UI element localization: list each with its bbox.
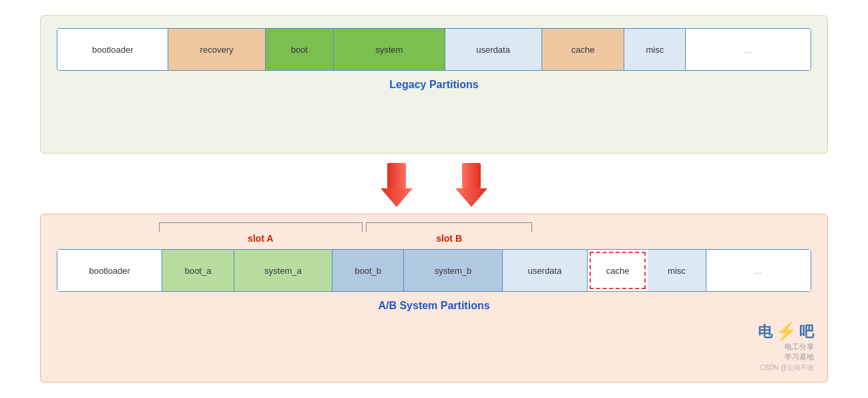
watermark: 电 ⚡ 吧 电工分享 学习基地 CSDN @云闲不收 <box>758 321 814 373</box>
misc-label: misc <box>646 45 664 55</box>
slot-b-label: slot B <box>366 233 532 244</box>
watermark-line2: 学习基地 <box>785 352 814 362</box>
slot-b-bracket-group: slot B <box>366 222 532 244</box>
ab-cell-cache-wrapper: cache <box>588 250 648 291</box>
recovery-label: recovery <box>200 45 234 55</box>
ab-cell-boot-a: boot_a <box>162 250 234 291</box>
cell-boot: boot <box>266 29 334 70</box>
cell-misc: misc <box>624 29 686 70</box>
legacy-partition-row: bootloader recovery boot system userdata… <box>57 28 811 71</box>
slot-a-bracket-group: slot A <box>159 222 363 244</box>
cell-cache: cache <box>542 29 625 70</box>
svg-marker-3 <box>455 188 487 207</box>
bootloader-label: bootloader <box>92 45 133 55</box>
svg-marker-1 <box>381 188 413 207</box>
boot-label: boot <box>291 45 308 55</box>
ab-userdata-label: userdata <box>528 266 562 276</box>
ab-title: A/B System Partitions <box>378 300 489 312</box>
ab-misc-label: misc <box>668 266 686 276</box>
logo-dian: 电 <box>758 322 773 342</box>
arrow-left <box>379 162 414 211</box>
watermark-csdn: CSDN @云闲不收 <box>760 363 814 373</box>
ab-system-a-label: system_a <box>264 266 302 276</box>
ab-cell-misc: misc <box>648 250 706 291</box>
ab-bootloader-label: bootloader <box>89 266 130 276</box>
legacy-section: bootloader recovery boot system userdata… <box>40 15 828 154</box>
ab-cell-system-a: system_a <box>234 250 333 291</box>
watermark-line1: 电工分享 <box>785 342 814 352</box>
ab-cell-userdata: userdata <box>503 250 588 291</box>
cell-recovery: recovery <box>168 29 265 70</box>
ab-boot-a-label: boot_a <box>185 266 212 276</box>
ab-boot-b-label: boot_b <box>355 266 381 276</box>
arrows-row <box>379 162 489 211</box>
ab-cache-label: cache <box>606 266 630 276</box>
cell-userdata: userdata <box>445 29 542 70</box>
ab-cell-dots: ... <box>706 250 811 291</box>
ab-section: slot A slot B bootloader boot_a system <box>40 214 828 383</box>
userdata-label: userdata <box>476 45 510 55</box>
cell-bootloader: bootloader <box>57 29 168 70</box>
svg-rect-2 <box>462 163 481 188</box>
slot-a-label: slot A <box>159 233 363 244</box>
arrow-right <box>454 162 489 211</box>
legacy-title: Legacy Partitions <box>389 79 478 91</box>
logo-bolt-icon: ⚡ <box>775 321 797 342</box>
cell-system: system <box>334 29 445 70</box>
logo-ba: 吧 <box>799 322 814 342</box>
dots-label-ab: ... <box>754 266 762 276</box>
ab-cell-system-b: system_b <box>404 250 502 291</box>
cache-label: cache <box>572 45 595 55</box>
ab-partition-row: bootloader boot_a system_a boot_b system… <box>57 249 811 292</box>
svg-rect-0 <box>387 163 406 188</box>
arrow-section <box>40 154 828 214</box>
watermark-logo: 电 ⚡ 吧 <box>758 321 814 342</box>
dots-label-legacy: ... <box>744 45 752 55</box>
ab-cell-boot-b: boot_b <box>333 250 404 291</box>
cell-dots-legacy: ... <box>686 29 811 70</box>
ab-system-b-label: system_b <box>435 266 472 276</box>
ab-cell-bootloader: bootloader <box>57 250 162 291</box>
system-label: system <box>375 45 403 55</box>
main-container: bootloader recovery boot system userdata… <box>40 15 828 383</box>
